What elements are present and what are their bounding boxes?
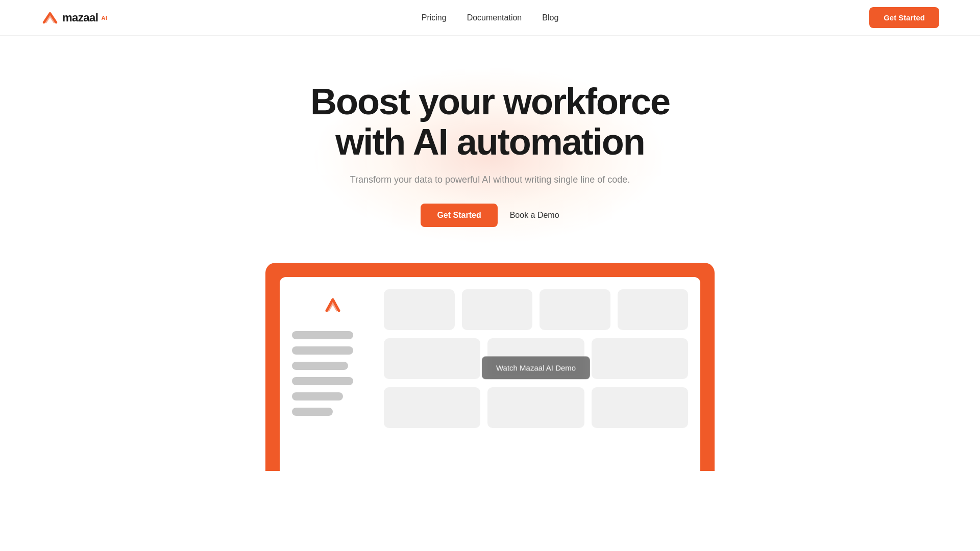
watch-demo-button[interactable]: Watch Mazaal AI Demo: [482, 357, 590, 380]
dashboard-row-2-wrapper: Watch Mazaal AI Demo: [384, 338, 688, 379]
hero-section: Boost your workforce with AI automation …: [0, 36, 980, 471]
navbar: mazaalAI Pricing Documentation Blog Get …: [0, 0, 980, 36]
watch-demo-overlay[interactable]: Watch Mazaal AI Demo: [482, 357, 590, 380]
hero-subtitle: Transform your data to powerful AI witho…: [41, 174, 939, 185]
nav-link-blog[interactable]: Blog: [542, 13, 558, 22]
dashboard-card-bottom: [384, 387, 480, 428]
dashboard-preview: Watch Mazaal AI Demo: [265, 263, 715, 471]
dashboard-outer-frame: Watch Mazaal AI Demo: [265, 263, 715, 471]
nav-link-pricing[interactable]: Pricing: [422, 13, 447, 22]
nav-link-documentation[interactable]: Documentation: [467, 13, 522, 22]
sidebar-menu-item: [292, 377, 353, 385]
hero-content: Boost your workforce with AI automation …: [41, 82, 939, 471]
nav-links: Pricing Documentation Blog: [422, 13, 559, 22]
logo-ai-badge: AI: [101, 15, 107, 21]
dashboard-card-bottom: [592, 387, 688, 428]
hero-title: Boost your workforce with AI automation: [41, 82, 939, 162]
dashboard-card: [540, 289, 610, 330]
hero-book-demo-link[interactable]: Book a Demo: [510, 211, 559, 220]
dashboard-row-3: [384, 387, 688, 428]
sidebar-menu-item: [292, 346, 353, 355]
hero-get-started-button[interactable]: Get Started: [421, 204, 497, 227]
sidebar-menu-item: [292, 362, 348, 370]
dashboard-main-content: Watch Mazaal AI Demo: [384, 289, 688, 471]
dashboard-card: [618, 289, 689, 330]
dashboard-row-1: [384, 289, 688, 330]
nav-get-started-button[interactable]: Get Started: [869, 7, 939, 28]
hero-buttons: Get Started Book a Demo: [41, 204, 939, 227]
sidebar-menu-item: [292, 408, 333, 416]
sidebar-menu-item: [292, 392, 343, 400]
dashboard-card: [384, 289, 455, 330]
dashboard-card-bottom: [487, 387, 584, 428]
dashboard-card-wide: [592, 338, 688, 379]
sidebar-menu-item: [292, 331, 353, 339]
dashboard-logo-icon: [323, 294, 343, 315]
mazaal-logo-icon: [41, 10, 59, 26]
logo-text: mazaal: [62, 11, 98, 24]
dashboard-card: [462, 289, 533, 330]
dashboard-inner-frame: Watch Mazaal AI Demo: [280, 277, 700, 471]
dashboard-sidebar: [292, 289, 374, 471]
dashboard-card-wide: [384, 338, 480, 379]
logo[interactable]: mazaalAI: [41, 10, 107, 26]
